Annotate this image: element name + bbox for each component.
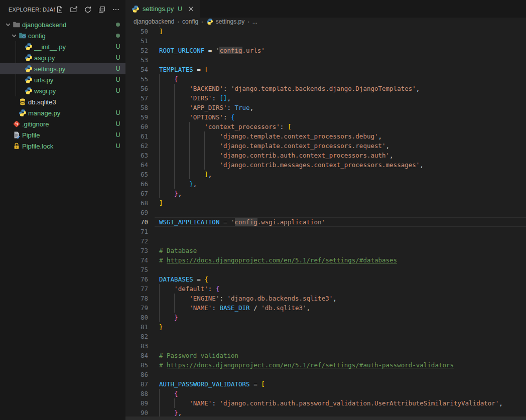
new-file-icon[interactable]: [55, 5, 64, 14]
indent-guide: [189, 131, 190, 141]
tree-item-label: asgi.py: [34, 54, 112, 62]
indent-guide: [174, 93, 175, 103]
python-icon: [24, 87, 33, 95]
code-line[interactable]: 50]: [125, 27, 526, 36]
code-line[interactable]: 57 'DIRS': [],: [125, 93, 526, 103]
folder-config-icon: [18, 32, 27, 40]
tree-item-manage-py[interactable]: manage.pyU: [0, 107, 125, 118]
code-line[interactable]: 76DATABASES = {: [125, 274, 526, 284]
line-number: 88: [125, 389, 148, 398]
indent-guide: [174, 160, 175, 170]
code-line[interactable]: 79 'NAME': BASE_DIR / 'db.sqlite3',: [125, 303, 526, 313]
modified-dot-badge: [116, 34, 120, 38]
code-line[interactable]: 85# https://docs.djangoproject.com/en/5.…: [125, 360, 526, 370]
code-line[interactable]: 89 'NAME': 'django.contrib.auth.password…: [125, 398, 526, 408]
code-line[interactable]: 83: [125, 341, 526, 351]
code-line[interactable]: 64 'django.contrib.messages.context_proc…: [125, 160, 526, 170]
code-line[interactable]: 87AUTH_PASSWORD_VALIDATORS = [: [125, 379, 526, 389]
line-number: 72: [125, 236, 148, 246]
code-editor[interactable]: 49 'django.middleware.clickjacking.XFram…: [125, 26, 526, 420]
tree-item-wsgi-py[interactable]: wsgi.pyU: [0, 85, 125, 96]
tree-item-db-sqlite3[interactable]: db.sqlite3: [0, 96, 125, 107]
code-line-text: ]: [159, 198, 526, 208]
indent-guide: [159, 179, 160, 189]
code-line[interactable]: 65 ],: [125, 170, 526, 179]
code-line[interactable]: 61 'django.template.context_processors.d…: [125, 131, 526, 141]
line-number: 65: [125, 170, 148, 179]
indent-guide: [159, 84, 160, 93]
code-line[interactable]: 72: [125, 236, 526, 246]
new-folder-icon[interactable]: [69, 5, 78, 14]
code-line[interactable]: 71: [125, 227, 526, 236]
code-line[interactable]: 81}: [125, 322, 526, 332]
code-line[interactable]: 51: [125, 36, 526, 46]
indent-guide: [174, 151, 175, 160]
code-line-text: [159, 370, 526, 379]
tree-item-asgi-py[interactable]: asgi.pyU: [0, 52, 125, 63]
code-line[interactable]: 60 'context_processors': [: [125, 122, 526, 131]
tree-item-config[interactable]: config: [0, 30, 125, 41]
code-line-text: AUTH_PASSWORD_VALIDATORS = [: [159, 379, 526, 389]
chevron-down-icon[interactable]: [10, 32, 18, 40]
database-icon: [18, 98, 27, 106]
line-number: 53: [125, 55, 148, 65]
code-line-text: 'context_processors': [: [159, 122, 526, 131]
line-number: 83: [125, 341, 148, 351]
code-line-text: 'APP_DIRS': True,: [159, 103, 526, 112]
breadcrumb-item--[interactable]: ...: [252, 18, 257, 25]
line-number: 87: [125, 379, 148, 389]
line-number: 52: [125, 46, 148, 55]
code-line[interactable]: 77 'default': {: [125, 284, 526, 294]
code-line[interactable]: 80 }: [125, 313, 526, 322]
code-line[interactable]: 55 {: [125, 74, 526, 84]
chevron-down-icon[interactable]: [4, 21, 12, 29]
code-line-text: TEMPLATES = [: [159, 65, 526, 74]
more-actions-icon[interactable]: [111, 5, 120, 14]
code-line[interactable]: 63 'django.contrib.auth.context_processo…: [125, 151, 526, 160]
code-line[interactable]: 53: [125, 55, 526, 65]
tree-item-urls-py[interactable]: urls.pyU: [0, 74, 125, 85]
indent-guide: [159, 160, 160, 170]
code-line[interactable]: 88 {: [125, 389, 526, 398]
close-icon[interactable]: [187, 5, 195, 13]
collapse-all-icon[interactable]: [97, 5, 106, 14]
code-line[interactable]: 68]: [125, 198, 526, 208]
code-line[interactable]: 73# Database: [125, 246, 526, 255]
indent-guide: [159, 284, 160, 294]
code-line-text: [159, 332, 526, 341]
code-line[interactable]: 66 },: [125, 179, 526, 189]
breadcrumb-item-settings-py[interactable]: settings.py: [206, 18, 244, 25]
tree-item-pipfile[interactable]: PipfileU: [0, 129, 125, 141]
code-line[interactable]: 54TEMPLATES = [: [125, 65, 526, 74]
code-line[interactable]: 78 'ENGINE': 'django.db.backends.sqlite3…: [125, 294, 526, 303]
code-line[interactable]: 75: [125, 265, 526, 274]
code-line[interactable]: 86: [125, 370, 526, 379]
breadcrumb-item-djangobackend[interactable]: djangobackend: [134, 18, 174, 25]
code-line[interactable]: 62 'django.template.context_processors.r…: [125, 141, 526, 151]
code-line[interactable]: 74# https://docs.djangoproject.com/en/5.…: [125, 255, 526, 265]
tree-item--init-py[interactable]: __init__.pyU: [0, 41, 125, 52]
tab-settings-py[interactable]: settings.py U: [125, 0, 200, 18]
breadcrumb-item-config[interactable]: config: [182, 18, 198, 25]
code-line[interactable]: 52ROOT_URLCONF = 'config.urls': [125, 46, 526, 55]
line-number: 56: [125, 84, 148, 93]
code-line[interactable]: 69: [125, 208, 526, 217]
indent-guide: [159, 189, 160, 198]
indent-guide: [204, 160, 205, 170]
code-line[interactable]: 70WSGI_APPLICATION = 'config.wsgi.applic…: [125, 217, 526, 227]
code-line[interactable]: 59 'OPTIONS': {: [125, 112, 526, 122]
code-line[interactable]: 84# Password validation: [125, 351, 526, 360]
code-line[interactable]: 67 },: [125, 189, 526, 198]
code-line[interactable]: 56 'BACKEND': 'django.template.backends.…: [125, 84, 526, 93]
breadcrumb-separator: ›: [247, 19, 249, 25]
refresh-icon[interactable]: [83, 5, 92, 14]
code-line-text: 'DIRS': [],: [159, 93, 526, 103]
tree-item-label: db.sqlite3: [28, 98, 112, 106]
tree-item--gitignore[interactable]: .gitignoreU: [0, 118, 125, 129]
tree-item-djangobackend[interactable]: djangobackend: [0, 19, 125, 30]
tree-item-pipfile-lock[interactable]: Pipfile.lockU: [0, 141, 125, 152]
code-line[interactable]: 58 'APP_DIRS': True,: [125, 103, 526, 112]
horizontal-scrollbar[interactable]: [125, 416, 526, 420]
code-line[interactable]: 82: [125, 332, 526, 341]
tree-item-settings-py[interactable]: settings.pyU: [0, 63, 125, 74]
